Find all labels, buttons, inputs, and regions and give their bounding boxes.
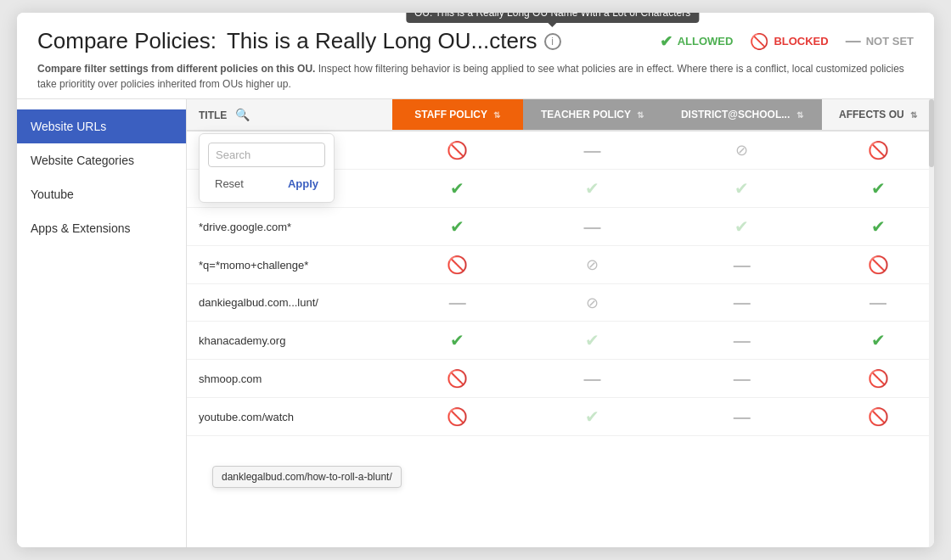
- check-icon: ✔: [871, 217, 886, 236]
- page-title: Compare Policies: This is a Really Long …: [37, 28, 561, 54]
- block-icon: 🚫: [868, 141, 889, 160]
- col-title-label: TITLE: [199, 109, 227, 121]
- title-cell: dankiegalbud.com...lunt/: [187, 284, 392, 322]
- sidebar-item-label: Website Categories: [31, 154, 134, 167]
- slash-icon: ⊘: [586, 256, 599, 273]
- check-icon: ✔: [450, 217, 464, 236]
- col-district-label: DISTRICT@SCHOOL...: [681, 109, 790, 120]
- ghost-check-icon: ✔: [585, 407, 599, 426]
- url-tooltip-text: danklegalbud.com/how-to-roll-a-blunt/: [222, 471, 392, 483]
- title-cell: *q=*momo+challenge*: [187, 246, 392, 284]
- affects-cell: ✔: [822, 322, 934, 360]
- check-icon: ✔: [871, 331, 886, 350]
- title-cell: youtube.com/watch: [187, 398, 392, 436]
- allowed-check-icon: ✔: [660, 32, 672, 51]
- url-tooltip: danklegalbud.com/how-to-roll-a-blunt/: [212, 466, 402, 488]
- policies-table: TITLE 🔍 Reset Apply: [187, 99, 934, 436]
- dash-icon: —: [734, 293, 751, 311]
- sidebar-item-website-categories[interactable]: Website Categories: [17, 143, 186, 177]
- staff-cell: 🚫: [392, 398, 523, 436]
- scrollbar-thumb[interactable]: [929, 99, 934, 167]
- dash-icon: —: [734, 255, 751, 274]
- district-cell: —: [661, 284, 822, 322]
- search-popup: Reset Apply: [199, 133, 335, 203]
- block-icon: 🚫: [868, 407, 889, 426]
- staff-cell: 🚫: [392, 131, 523, 170]
- col-district: DISTRICT@SCHOOL... ⇅: [661, 99, 822, 131]
- main-content: TITLE 🔍 Reset Apply: [187, 99, 934, 547]
- table-row: *q=*momo+challenge* 🚫 ⊘ — 🚫: [187, 246, 934, 284]
- col-title: TITLE 🔍 Reset Apply: [187, 99, 392, 131]
- staff-cell: ✔: [392, 322, 523, 360]
- sidebar-item-label: Apps & Extensions: [31, 221, 131, 235]
- sidebar: Website URLs Website Categories Youtube …: [17, 99, 187, 547]
- affects-cell: ✔: [822, 170, 934, 208]
- col-staff-policy: STAFF POLICY ⇅: [392, 99, 523, 131]
- blocked-icon: 🚫: [750, 32, 768, 51]
- title-search-icon[interactable]: 🔍: [235, 108, 250, 121]
- desc-strong: Compare filter settings from different p…: [37, 63, 315, 75]
- ou-name: This is a Really Long OU...cters: [227, 28, 537, 54]
- legend-notset: — NOT SET: [846, 32, 914, 50]
- content-area: Website URLs Website Categories Youtube …: [17, 99, 934, 547]
- staff-cell: ✔: [392, 208, 523, 246]
- sidebar-item-label: Website URLs: [31, 120, 106, 133]
- check-icon: ✔: [871, 179, 886, 198]
- title-cell: *drive.google.com*: [187, 208, 392, 246]
- block-icon: 🚫: [868, 369, 889, 388]
- dash-icon: —: [584, 369, 601, 388]
- legend-allowed: ✔ ALLOWED: [660, 32, 734, 51]
- staff-sort-icon[interactable]: ⇅: [493, 110, 500, 120]
- table-header-row: TITLE 🔍 Reset Apply: [187, 99, 934, 131]
- info-icon[interactable]: i OU: This is a Really Long OU Name With…: [544, 33, 561, 50]
- teacher-cell: —: [523, 208, 662, 246]
- affects-cell: 🚫: [822, 398, 934, 436]
- ou-tooltip: OU: This is a Really Long OU Name With a…: [406, 13, 699, 23]
- teacher-cell: ✔: [523, 398, 662, 436]
- allowed-label: ALLOWED: [678, 35, 734, 48]
- teacher-sort-icon[interactable]: ⇅: [637, 110, 644, 120]
- sidebar-item-label: Youtube: [31, 188, 74, 201]
- district-cell: ✔: [661, 208, 822, 246]
- sidebar-item-youtube[interactable]: Youtube: [17, 177, 186, 211]
- ghost-check-icon: ✔: [585, 179, 599, 198]
- slash-icon: ⊘: [586, 294, 599, 311]
- affects-cell: —: [822, 284, 934, 322]
- scrollbar-track[interactable]: [929, 99, 934, 547]
- district-cell: ⊘: [661, 131, 822, 170]
- col-affects-label: AFFECTS OU: [839, 109, 904, 120]
- table-row: youtube.com/watch 🚫 ✔ — 🚫: [187, 398, 934, 436]
- col-affects-ou: AFFECTS OU ⇅: [822, 99, 934, 131]
- district-cell: —: [661, 360, 822, 398]
- title-cell: khanacademy.org: [187, 322, 392, 360]
- dash-icon: —: [734, 369, 751, 388]
- table-row: dankiegalbud.com...lunt/ — ⊘ — —: [187, 284, 934, 322]
- block-icon: 🚫: [447, 407, 468, 426]
- legend: ✔ ALLOWED 🚫 BLOCKED — NOT SET: [660, 32, 914, 51]
- reset-button[interactable]: Reset: [208, 174, 250, 193]
- block-icon: 🚫: [447, 255, 468, 274]
- dash-icon: —: [869, 293, 886, 311]
- staff-cell: 🚫: [392, 246, 523, 284]
- title-cell: shmoop.com: [187, 360, 392, 398]
- check-icon: ✔: [450, 331, 464, 350]
- apply-button[interactable]: Apply: [281, 174, 325, 193]
- staff-cell: 🚫: [392, 360, 523, 398]
- block-icon: 🚫: [447, 141, 468, 160]
- dash-icon: —: [734, 331, 751, 350]
- sidebar-item-apps-extensions[interactable]: Apps & Extensions: [17, 211, 186, 245]
- sidebar-item-website-urls[interactable]: Website URLs: [17, 109, 186, 143]
- affects-sort-icon[interactable]: ⇅: [910, 110, 917, 120]
- search-input[interactable]: [208, 143, 325, 167]
- page-header: Compare Policies: This is a Really Long …: [17, 13, 934, 99]
- col-staff-label: STAFF POLICY: [414, 109, 487, 120]
- district-cell: —: [661, 322, 822, 360]
- teacher-cell: ✔: [523, 170, 662, 208]
- teacher-cell: ⊘: [523, 284, 662, 322]
- table-row: khanacademy.org ✔ ✔ — ✔: [187, 322, 934, 360]
- district-sort-icon[interactable]: ⇅: [796, 110, 803, 120]
- staff-cell: ✔: [392, 170, 523, 208]
- affects-cell: 🚫: [822, 131, 934, 170]
- table-row: *drive.google.com* ✔ — ✔ ✔: [187, 208, 934, 246]
- dash-icon: —: [449, 293, 466, 311]
